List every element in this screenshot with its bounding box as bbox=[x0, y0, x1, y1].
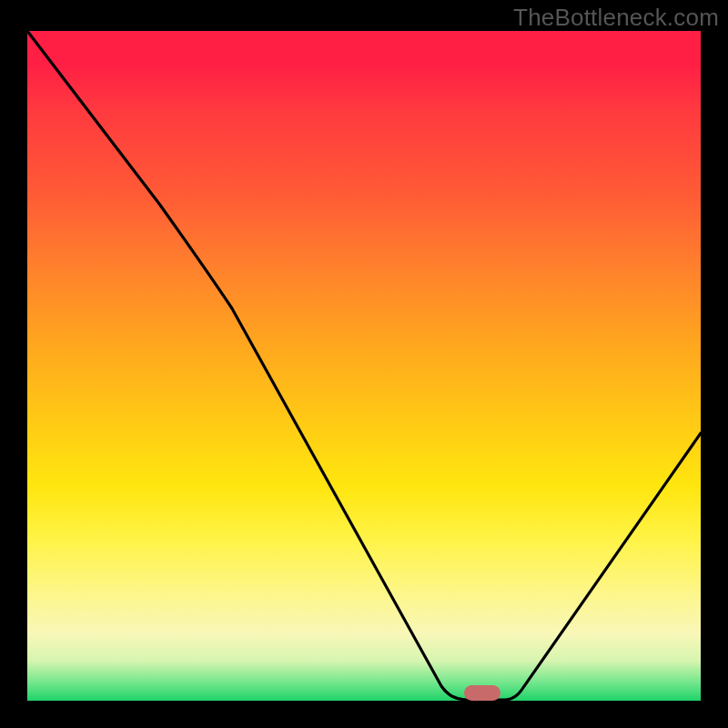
watermark-text: TheBottleneck.com bbox=[513, 4, 719, 32]
curve-path bbox=[27, 31, 701, 700]
bottleneck-curve bbox=[27, 31, 701, 701]
chart-frame: TheBottleneck.com bbox=[0, 0, 728, 728]
optimal-marker bbox=[464, 685, 500, 701]
plot-area bbox=[27, 31, 701, 701]
